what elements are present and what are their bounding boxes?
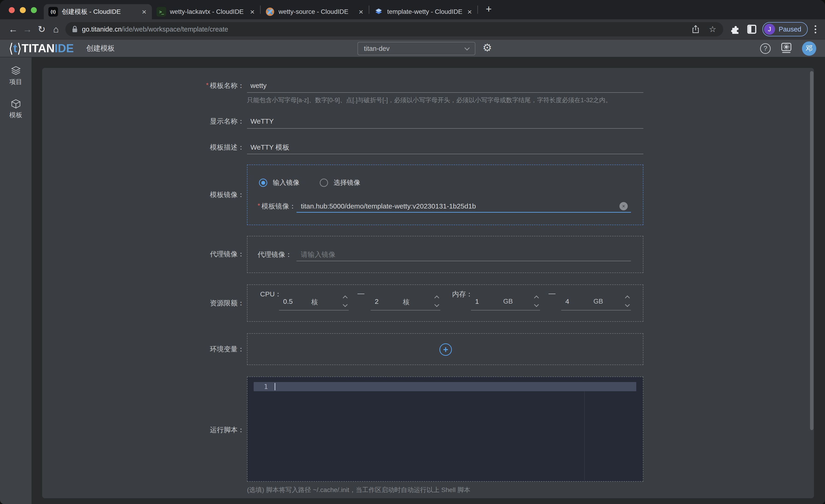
- stepper-arrows[interactable]: [535, 296, 538, 306]
- field-label-proxy-image: 代理镜像：: [42, 249, 244, 259]
- chevron-down-icon[interactable]: [434, 302, 439, 307]
- extensions-puzzle-icon[interactable]: [728, 22, 742, 36]
- home-button[interactable]: ⌂: [49, 22, 63, 36]
- proxy-image-underline: [297, 261, 631, 261]
- chevron-down-icon[interactable]: [534, 302, 539, 307]
- required-asterisk: *: [257, 202, 260, 209]
- chevron-up-icon[interactable]: [434, 296, 439, 300]
- tab-title: template-wetty - CloudIDE: [387, 8, 463, 15]
- zoom-window-button[interactable]: [31, 7, 37, 13]
- sidebar-item-projects[interactable]: 项目: [9, 66, 22, 86]
- name-input[interactable]: wetty: [250, 81, 267, 90]
- stepper-arrows[interactable]: [435, 296, 439, 306]
- field-label-description: 模板描述：: [42, 143, 244, 152]
- browser-tab[interactable]: >_ wetty-lackavtx - CloudIDE ×: [152, 4, 260, 19]
- minimize-window-button[interactable]: [20, 7, 26, 13]
- close-window-button[interactable]: [9, 7, 15, 13]
- image-source-radio-group: 输入镜像 选择镜像: [259, 178, 360, 187]
- console-monitor-icon[interactable]: [780, 43, 792, 55]
- mem-min-stepper[interactable]: 1 GB: [471, 294, 540, 311]
- tab-close-icon[interactable]: ×: [249, 8, 255, 16]
- share-icon[interactable]: [689, 23, 702, 36]
- workspace-select[interactable]: titan-dev: [358, 42, 475, 55]
- mem-max-stepper[interactable]: 4 GB: [561, 294, 631, 311]
- radio-input-image[interactable]: [259, 179, 267, 187]
- clear-input-icon[interactable]: ×: [619, 202, 628, 211]
- titanide-favicon: ⟨t⟩: [48, 7, 58, 17]
- cpu-min-stepper[interactable]: 0.5 核: [279, 294, 349, 311]
- env-vars-box: +: [247, 333, 644, 365]
- field-label-run-script: 运行脚本：: [42, 425, 244, 434]
- sidebar-item-label: 项目: [9, 78, 22, 86]
- browser-tab-active[interactable]: ⟨t⟩ 创建模板 - CloudIDE ×: [44, 4, 152, 19]
- chevron-up-icon[interactable]: [343, 296, 348, 300]
- mem-min-value[interactable]: 1: [475, 298, 479, 306]
- tab-title: wetty-lackavtx - CloudIDE: [170, 8, 245, 15]
- chevron-up-icon[interactable]: [625, 296, 630, 300]
- cpu-max-value[interactable]: 2: [375, 298, 379, 306]
- tab-close-icon[interactable]: ×: [466, 8, 473, 16]
- chevron-up-icon[interactable]: [534, 296, 539, 300]
- bookmark-star-icon[interactable]: ☆: [706, 23, 719, 36]
- tab-close-icon[interactable]: ×: [358, 8, 364, 16]
- browser-tab[interactable]: wetty-source - CloudIDE ×: [260, 4, 369, 19]
- page-title: 创建模板: [86, 44, 115, 53]
- description-input[interactable]: WeTTY 模板: [250, 143, 289, 152]
- create-template-form: *模板名称： wetty 只能包含小写字母[a-z]、数字[0-9]、点[.]与…: [42, 68, 814, 498]
- tab-title: wetty-source - CloudIDE: [279, 8, 354, 15]
- name-input-underline: [247, 92, 644, 93]
- cpu-min-value[interactable]: 0.5: [283, 298, 293, 306]
- stepper-arrows[interactable]: [626, 296, 629, 306]
- side-panel-icon[interactable]: [745, 22, 759, 36]
- browser-tab[interactable]: </> template-wetty - CloudIDE ×: [369, 4, 477, 19]
- mem-max-value[interactable]: 4: [565, 298, 569, 306]
- range-dash: —: [358, 289, 364, 297]
- logo-titan: TITAN: [22, 43, 55, 54]
- back-button[interactable]: ←: [6, 22, 20, 36]
- add-env-var-button[interactable]: +: [439, 343, 452, 356]
- logo-bracket: ⟩: [17, 41, 22, 55]
- template-image-underline: [297, 212, 631, 213]
- url-path: /ide/web/workspace/template/create: [122, 25, 228, 33]
- browser-menu-icon[interactable]: [812, 25, 819, 33]
- display-name-input[interactable]: WeTTY: [250, 117, 274, 126]
- app-header: ⟨t⟩TITANIDE 创建模板 titan-dev ⚙ ? 邓: [0, 39, 825, 57]
- settings-gear-icon[interactable]: ⚙: [482, 43, 492, 53]
- template-image-input[interactable]: titan.hub:5000/demo/template-wetty:v2023…: [301, 201, 476, 211]
- stepper-arrows[interactable]: [344, 296, 347, 306]
- scrollbar-thumb[interactable]: [810, 71, 814, 430]
- browser-profile-badge[interactable]: J Paused: [762, 22, 808, 36]
- address-bar[interactable]: go.titanide.cn/ide/web/workspace/templat…: [65, 22, 723, 36]
- script-code-editor[interactable]: 1: [247, 376, 644, 482]
- url-text: go.titanide.cn/ide/web/workspace/templat…: [82, 25, 685, 33]
- chevron-down-icon[interactable]: [625, 302, 630, 307]
- script-hint: (选填) 脚本将写入路径 ~/.cache/.init，当工作区启动时自动运行以…: [247, 486, 470, 494]
- proxy-image-input[interactable]: 请输入镜像: [301, 250, 335, 259]
- cube-icon: [11, 99, 21, 109]
- editor-ruler: [584, 391, 585, 481]
- resources-box: CPU： 0.5 核 — 2 核 内存： 1 GB — 4 GB: [247, 284, 644, 322]
- cpu-max-stepper[interactable]: 2 核: [371, 294, 440, 311]
- required-asterisk: *: [206, 81, 209, 89]
- radio-select-image[interactable]: [320, 179, 328, 187]
- chevron-down-icon[interactable]: [343, 302, 348, 307]
- radio-select-image-label[interactable]: 选择镜像: [333, 178, 360, 187]
- field-label-env-vars: 环境变量：: [42, 344, 244, 354]
- reload-button[interactable]: ↻: [34, 22, 49, 36]
- sidebar-item-templates[interactable]: 模板: [9, 99, 22, 119]
- app-sidebar: 项目 模板: [0, 57, 31, 504]
- new-tab-button[interactable]: +: [482, 2, 496, 16]
- proxy-image-inner-label: 代理镜像：: [257, 250, 292, 259]
- svg-text:</>: </>: [377, 9, 381, 11]
- help-icon[interactable]: ?: [760, 43, 771, 54]
- user-avatar[interactable]: 邓: [802, 41, 816, 56]
- template-image-inner-label: *模板镜像：: [257, 201, 296, 211]
- description-underline: [247, 154, 644, 154]
- tab-separator: [477, 6, 478, 14]
- logo-bracket: ⟨: [9, 41, 13, 55]
- chevron-down-icon: [464, 45, 470, 51]
- tab-close-icon[interactable]: ×: [141, 8, 147, 16]
- forward-button[interactable]: →: [20, 22, 34, 36]
- radio-input-image-label[interactable]: 输入镜像: [273, 178, 299, 187]
- logo-t: t: [13, 43, 17, 54]
